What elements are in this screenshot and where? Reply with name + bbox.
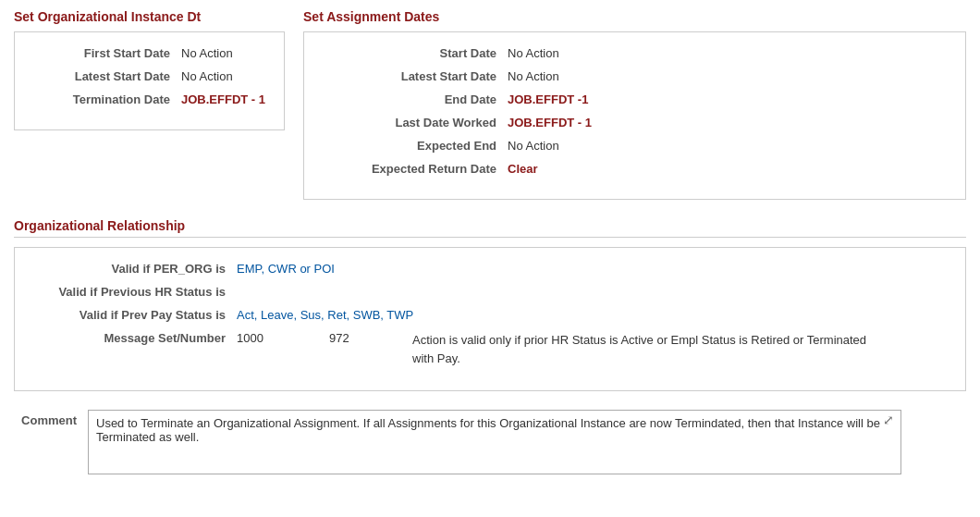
field-label: Termination Date (33, 92, 181, 106)
field-label: Latest Start Date (33, 69, 181, 83)
org-field-value: Act, Leave, Sus, Ret, SWB, TWP (237, 308, 413, 322)
org-field-row: Valid if Previous HR Status is (33, 285, 947, 299)
field-label: Last Date Worked (323, 116, 508, 129)
org-panel: Valid if PER_ORG isEMP, CWR or POIValid … (14, 247, 966, 391)
message-set: 1000 (237, 331, 301, 345)
left-field-row: Latest Start DateNo Action (33, 69, 265, 83)
message-label: Message Set/Number (33, 331, 237, 345)
right-panel-title: Set Assignment Dates (303, 9, 966, 24)
right-field-row: Last Date WorkedJOB.EFFDT - 1 (323, 116, 947, 129)
field-value: JOB.EFFDT -1 (508, 92, 588, 106)
org-field-label: Valid if Previous HR Status is (33, 285, 237, 299)
message-text: Action is valid only if prior HR Status … (412, 331, 875, 367)
field-value: JOB.EFFDT - 1 (181, 92, 265, 106)
message-number: 972 (329, 331, 385, 345)
field-value: No Action (508, 139, 559, 153)
field-value: JOB.EFFDT - 1 (508, 116, 592, 129)
right-panel: Start DateNo ActionLatest Start DateNo A… (303, 31, 966, 200)
org-field-row: Valid if PER_ORG isEMP, CWR or POI (33, 262, 947, 276)
right-field-row: Start DateNo Action (323, 46, 947, 60)
field-label: First Start Date (33, 46, 181, 60)
comment-textarea[interactable] (88, 410, 901, 474)
field-label: Expected Return Date (323, 162, 508, 176)
field-label: Start Date (323, 46, 508, 60)
field-value: No Action (508, 69, 559, 83)
org-field-value: EMP, CWR or POI (237, 262, 335, 276)
left-field-row: First Start DateNo Action (33, 46, 265, 60)
comment-section: Comment ⤢ (14, 410, 966, 477)
field-value: No Action (508, 46, 559, 60)
field-value: No Action (181, 69, 233, 83)
field-label: End Date (323, 92, 508, 106)
right-field-row: Latest Start DateNo Action (323, 69, 947, 83)
right-field-row: Expected EndNo Action (323, 139, 947, 153)
field-value: No Action (181, 46, 233, 60)
field-label: Latest Start Date (323, 69, 508, 83)
message-content: 1000972Action is valid only if prior HR … (237, 331, 875, 367)
org-field-row: Valid if Prev Pay Status isAct, Leave, S… (33, 308, 947, 322)
left-panel-title: Set Organizational Instance Dt (14, 9, 285, 24)
org-relationship-title: Organizational Relationship (14, 218, 966, 238)
comment-label: Comment (14, 410, 88, 427)
expand-icon[interactable]: ⤢ (883, 413, 898, 428)
message-row: Message Set/Number1000972Action is valid… (33, 331, 947, 367)
field-value: Clear (508, 162, 538, 176)
org-field-label: Valid if PER_ORG is (33, 262, 237, 276)
org-field-label: Valid if Prev Pay Status is (33, 308, 237, 322)
right-field-row: End DateJOB.EFFDT -1 (323, 92, 947, 106)
comment-box-wrap: ⤢ (88, 410, 901, 477)
field-label: Expected End (323, 139, 508, 153)
org-relationship-section: Organizational Relationship Valid if PER… (14, 218, 966, 391)
left-panel: First Start DateNo ActionLatest Start Da… (14, 31, 285, 130)
right-field-row: Expected Return DateClear (323, 162, 947, 176)
left-field-row: Termination DateJOB.EFFDT - 1 (33, 92, 265, 106)
